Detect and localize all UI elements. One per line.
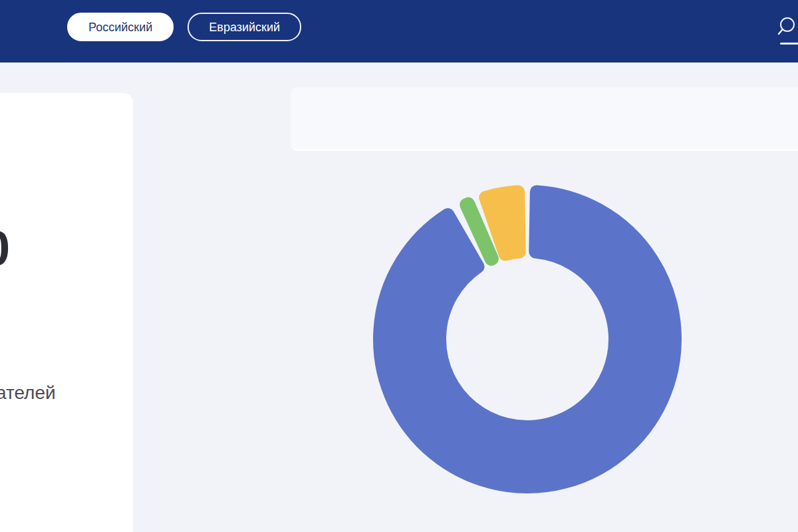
tab-rossiyskiy[interactable]: Российский <box>67 13 174 41</box>
search-underline[interactable] <box>780 43 798 45</box>
search-icon[interactable] <box>774 11 798 39</box>
big-stat-value: 0 <box>0 224 9 273</box>
stat-caption: ателей <box>0 382 56 404</box>
tab-evraziyskiy[interactable]: Евразийский <box>188 13 301 41</box>
search-area <box>758 0 798 65</box>
sidebar-card: 0 ателей <box>0 93 133 532</box>
donut-segment-blue[interactable] <box>380 192 675 487</box>
donut-chart <box>328 140 727 532</box>
region-tabs: Российский Евразийский <box>67 13 301 41</box>
top-nav: Российский Евразийский <box>0 0 798 65</box>
